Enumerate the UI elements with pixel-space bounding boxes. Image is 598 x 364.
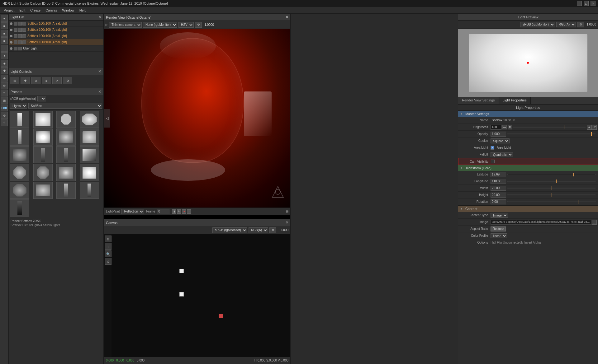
colorspace-dropdown[interactable]: HSV — [178, 22, 194, 28]
preset-13[interactable] — [10, 164, 29, 181]
refresh-button[interactable]: ↻ — [177, 209, 181, 214]
brightness-plus-btn[interactable]: + — [587, 125, 592, 130]
toolbar-icon-question[interactable]: ? — [1, 119, 8, 126]
rotation-slider[interactable] — [507, 199, 596, 204]
opacity-input[interactable] — [491, 132, 506, 137]
area-light-checkbox[interactable]: ✓ — [491, 146, 494, 150]
nav-left-icon[interactable]: ◁ — [104, 109, 110, 128]
presets-color-dropdown[interactable] — [37, 96, 46, 101]
preset-19[interactable] — [56, 182, 76, 199]
preset-7[interactable] — [56, 128, 76, 146]
canvas-monitor-dropdown[interactable]: sRGB (rgbMonitor) — [212, 227, 247, 233]
preset-12[interactable] — [80, 146, 99, 163]
menu-help[interactable]: Help — [77, 8, 89, 13]
toolbar-icon-1[interactable]: ● — [1, 15, 8, 22]
canvas-colorspace-dropdown[interactable]: RGB(A) — [249, 227, 268, 233]
color-profile-dropdown[interactable]: linear — [491, 233, 507, 238]
frame-input[interactable] — [157, 209, 169, 214]
tab-light-properties[interactable]: Light Properties — [499, 97, 531, 104]
toolbar-icon-8[interactable]: ⊕ — [1, 75, 8, 82]
longitude-slider[interactable] — [507, 179, 596, 184]
falloff-dropdown[interactable]: Quadratic — [491, 152, 513, 157]
toolbar-icon-7[interactable]: ✚ — [1, 67, 8, 74]
preset-21[interactable] — [10, 199, 29, 217]
toolbar-icon-2[interactable]: ■ — [1, 22, 8, 29]
toolbar-icon-hdr[interactable]: HDR — [1, 105, 8, 111]
light-item-3[interactable]: Softbox 100x100 [AreaLight] — [9, 33, 103, 39]
monitor-dropdown[interactable]: None (rgbMonitor) — [143, 22, 177, 28]
rotation-input[interactable] — [491, 199, 506, 204]
preset-8[interactable] — [80, 128, 99, 146]
preview-monitor-dropdown[interactable]: sRGB (rgbMonitor) — [520, 22, 555, 27]
restore-button[interactable]: Restore — [491, 226, 506, 231]
menu-create[interactable]: Create — [28, 8, 43, 13]
toolbar-icon-5[interactable]: ✦ — [1, 52, 8, 59]
light-item-1[interactable]: Softbox 100x100 [AreaLight] — [9, 21, 103, 27]
preset-1[interactable] — [10, 111, 29, 128]
render-footer-btn[interactable]: ⊞ — [286, 210, 288, 213]
render-settings-icon[interactable]: ⚙ — [195, 22, 202, 28]
toolbar-icon-9[interactable]: ⊗ — [1, 82, 8, 89]
toolbar-icon-10[interactable]: ≡ — [1, 90, 8, 96]
preset-15[interactable] — [56, 164, 76, 181]
pause-button[interactable]: ⏸ — [172, 209, 176, 214]
dot-button[interactable]: · — [187, 209, 191, 214]
canvas-close-icon[interactable]: ✕ — [286, 221, 288, 225]
cam-visibility-checkbox[interactable] — [491, 160, 495, 163]
tab-render-view-settings[interactable]: Render View Settings — [458, 97, 499, 104]
menu-project[interactable]: Project — [1, 8, 17, 13]
ctrl-sun-btn[interactable]: ☀ — [52, 77, 62, 84]
canvas-nav-2[interactable]: ↕ — [105, 243, 112, 250]
preview-settings-icon[interactable]: ⚙ — [577, 22, 584, 27]
render-close-icon[interactable]: ✕ — [286, 15, 288, 19]
light-list-close[interactable]: ✕ — [98, 15, 102, 19]
light-item-5[interactable]: Uber Light — [9, 45, 103, 52]
ctrl-settings-btn[interactable]: ⚙ — [63, 77, 72, 84]
canvas-nav-1[interactable]: ⊞ — [105, 236, 112, 242]
toolbar-icon-arrow[interactable]: ↑ — [1, 45, 8, 52]
image-browse-btn[interactable]: ... — [592, 220, 597, 225]
brightness-equals-btn[interactable]: = — [508, 125, 512, 129]
width-slider[interactable] — [507, 186, 596, 191]
preset-3[interactable] — [56, 111, 76, 128]
close-button[interactable]: ✕ — [591, 1, 596, 6]
ctrl-move-btn[interactable]: ⊞ — [10, 77, 19, 84]
width-input[interactable] — [491, 186, 506, 191]
camera-dropdown[interactable]: Thin lens camera — [109, 22, 142, 28]
latitude-input[interactable] — [491, 172, 506, 177]
preset-20[interactable] — [80, 182, 99, 199]
latitude-slider[interactable] — [507, 172, 596, 177]
brightness-minus-btn[interactable]: — — [502, 125, 507, 129]
preset-2[interactable] — [33, 111, 53, 128]
brightness-slider[interactable] — [513, 125, 586, 130]
presets-softbox-dropdown[interactable]: SoftBox — [28, 103, 102, 109]
preset-6[interactable] — [33, 128, 53, 146]
preset-17[interactable] — [10, 182, 29, 199]
canvas-settings-icon[interactable]: ⚙ — [269, 227, 276, 233]
brightness-expand-btn[interactable]: ↗ — [592, 125, 597, 130]
longitude-input[interactable] — [491, 179, 506, 184]
preset-4[interactable] — [80, 111, 99, 128]
preset-14[interactable] — [33, 164, 53, 181]
cookie-dropdown[interactable]: Square — [491, 138, 510, 143]
preset-10[interactable] — [33, 146, 53, 163]
preset-11[interactable] — [56, 146, 76, 163]
height-input[interactable] — [491, 193, 506, 198]
record-button[interactable]: ● — [182, 209, 186, 214]
maximize-button[interactable]: □ — [584, 1, 589, 6]
toolbar-icon-6[interactable]: ◈ — [1, 60, 8, 67]
content-type-dropdown[interactable]: Image — [491, 213, 508, 218]
preset-5[interactable] — [10, 128, 29, 146]
preview-colorspace-dropdown[interactable]: RGB(A) — [556, 22, 576, 27]
preset-16[interactable] — [80, 164, 99, 181]
ctrl-rotate-btn[interactable]: ✚ — [21, 77, 30, 84]
toolbar-icon-3[interactable]: ■ — [1, 30, 8, 37]
toolbar-icon-11[interactable]: ⊞ — [1, 97, 8, 104]
lightpaint-dropdown[interactable]: Reflection — [121, 209, 144, 214]
light-item-4[interactable]: Softbox 100x100 [AreaLight] — [9, 39, 103, 45]
minimize-button[interactable]: — — [577, 1, 582, 6]
ctrl-scale-btn[interactable]: ⊕ — [31, 77, 40, 84]
presets-close[interactable]: ✕ — [98, 89, 102, 94]
canvas-nav-3[interactable]: 🔍 — [105, 250, 112, 257]
menu-window[interactable]: Window — [60, 8, 77, 13]
